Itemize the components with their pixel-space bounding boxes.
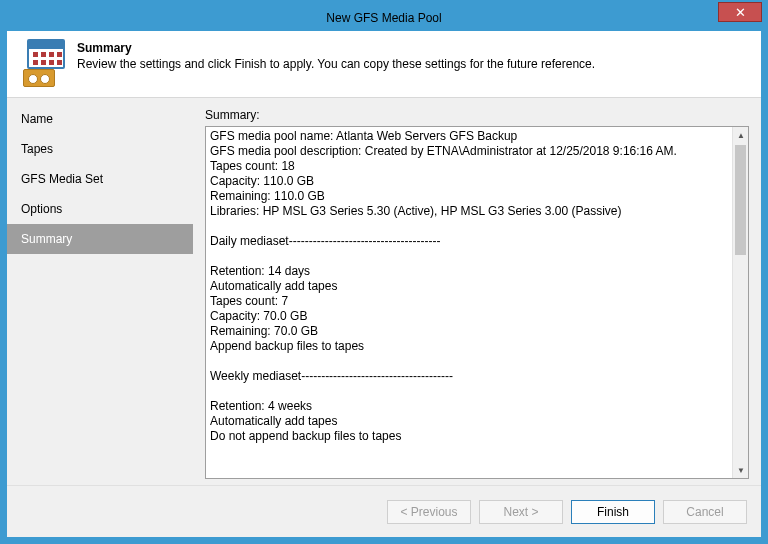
- previous-button[interactable]: < Previous: [387, 500, 471, 524]
- step-options[interactable]: Options: [7, 194, 193, 224]
- close-button[interactable]: ✕: [718, 2, 762, 22]
- step-name[interactable]: Name: [7, 104, 193, 134]
- vertical-scrollbar[interactable]: ▲ ▼: [732, 127, 748, 478]
- window-frame: New GFS Media Pool ✕ Summary Review the …: [0, 0, 768, 544]
- summary-textbox[interactable]: GFS media pool name: Atlanta Web Servers…: [205, 126, 749, 479]
- page-title: Summary: [77, 41, 595, 55]
- header-text: Summary Review the settings and click Fi…: [77, 39, 595, 71]
- window-title: New GFS Media Pool: [326, 11, 441, 25]
- scroll-down-icon[interactable]: ▼: [733, 462, 749, 478]
- summary-container: GFS media pool name: Atlanta Web Servers…: [205, 126, 749, 479]
- wizard-steps: Name Tapes GFS Media Set Options Summary: [7, 98, 193, 485]
- step-summary[interactable]: Summary: [7, 224, 193, 254]
- content-panel: Summary: GFS media pool name: Atlanta We…: [193, 98, 761, 485]
- page-description: Review the settings and click Finish to …: [77, 57, 595, 71]
- titlebar: New GFS Media Pool ✕: [6, 6, 762, 30]
- summary-label: Summary:: [205, 108, 749, 122]
- step-gfs-media-set[interactable]: GFS Media Set: [7, 164, 193, 194]
- window-body: Summary Review the settings and click Fi…: [6, 30, 762, 538]
- media-pool-icon: [19, 39, 67, 87]
- scroll-up-icon[interactable]: ▲: [733, 127, 749, 143]
- finish-button[interactable]: Finish: [571, 500, 655, 524]
- scroll-thumb[interactable]: [735, 145, 746, 255]
- close-icon: ✕: [735, 5, 746, 20]
- cancel-button[interactable]: Cancel: [663, 500, 747, 524]
- wizard-footer: < Previous Next > Finish Cancel: [7, 485, 761, 537]
- wizard-body: Name Tapes GFS Media Set Options Summary…: [7, 98, 761, 485]
- step-tapes[interactable]: Tapes: [7, 134, 193, 164]
- next-button[interactable]: Next >: [479, 500, 563, 524]
- wizard-header: Summary Review the settings and click Fi…: [7, 31, 761, 98]
